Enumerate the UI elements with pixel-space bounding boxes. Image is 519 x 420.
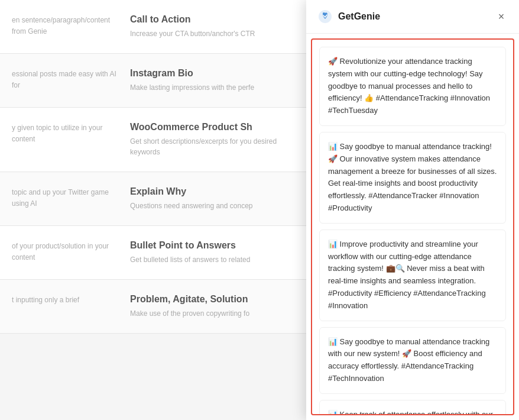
brand-name: GetGenie (338, 11, 380, 22)
bg-row-left: en sentence/paragraph/content from Genie (12, 14, 118, 39)
bg-row-title: Bullet Point to Answers (130, 240, 307, 251)
bg-row-left: topic and up your Twitter game using AI (12, 186, 118, 211)
bg-row: of your product/solution in your content… (0, 226, 319, 280)
bg-row-desc: Increase your CTA button/anchor's CTR (130, 28, 307, 39)
bg-row-title: Explain Why (130, 186, 307, 197)
bg-row-left: y given topic to utilize in your content (12, 122, 118, 157)
bg-row-left: of your product/solution in your content (12, 240, 118, 265)
bg-row-left-text: en sentence/paragraph/content from Genie (12, 16, 110, 35)
bg-row-title: Call to Action (130, 14, 307, 25)
bg-row-left: t inputting only a brief (12, 294, 118, 319)
brand-icon (317, 8, 333, 25)
bg-row-right: Bullet Point to Answers Get bulleted lis… (130, 240, 307, 265)
bg-row-left: essional posts made easy with AI for (12, 68, 118, 93)
brand: GetGenie (317, 8, 380, 25)
panel-overlay: GetGenie × 🚀 Revolutionize your attendan… (306, 0, 519, 420)
bg-row-desc: Make use of the proven copywriting fo (130, 308, 307, 319)
bg-row-desc: Make lasting impressions with the perfe (130, 82, 307, 93)
tweet-card: 📊 Improve productivity and streamline yo… (319, 230, 506, 321)
close-button[interactable]: × (494, 9, 508, 24)
bg-row: t inputting only a brief Problem, Agitat… (0, 280, 319, 334)
bg-row: en sentence/paragraph/content from Genie… (0, 0, 319, 54)
bg-row-right: Call to Action Increase your CTA button/… (130, 14, 307, 39)
bg-row-title: Problem, Agitate, Solution (130, 294, 307, 305)
bg-row-left-text: essional posts made easy with AI for (12, 70, 116, 89)
bg-row-left-text: topic and up your Twitter game using AI (12, 188, 109, 208)
bg-row: y given topic to utilize in your content… (0, 108, 319, 172)
panel-header: GetGenie × (306, 0, 519, 34)
tweet-card: 📊 Say goodbye to manual attendance track… (319, 327, 506, 394)
bg-row-desc: Get short descriptions/excerpts for you … (130, 136, 307, 157)
bg-row-left-text: y given topic to utilize in your content (12, 124, 102, 143)
bg-row-left-text: of your product/solution in your content (12, 242, 109, 261)
tweet-card: 🚀 Revolutionize your attendance tracking… (319, 47, 506, 126)
bg-row-right: Problem, Agitate, Solution Make use of t… (130, 294, 307, 319)
bg-row-left-text: t inputting only a brief (12, 296, 79, 304)
bg-row-title: Instagram Bio (130, 68, 307, 79)
tweet-card: 📊 Say goodbye to manual attendance track… (319, 132, 506, 224)
bg-row-right: Instagram Bio Make lasting impressions w… (130, 68, 307, 93)
bg-row-right: Explain Why Questions need answering and… (130, 186, 307, 211)
bg-row: essional posts made easy with AI for Ins… (0, 54, 319, 108)
bg-row-desc: Get bulleted lists of answers to related (130, 254, 307, 265)
tweets-container[interactable]: 🚀 Revolutionize your attendance tracking… (311, 38, 514, 415)
bg-row-right: WooCommerce Product Sh Get short descrip… (130, 122, 307, 157)
bg-row-title: WooCommerce Product Sh (130, 122, 307, 133)
bg-row-desc: Questions need answering and concep (130, 201, 307, 211)
background-content: en sentence/paragraph/content from Genie… (0, 0, 319, 420)
bg-row: topic and up your Twitter game using AI … (0, 172, 319, 226)
tweet-card: 📊 Keep track of attendance effortlessly … (319, 400, 506, 415)
